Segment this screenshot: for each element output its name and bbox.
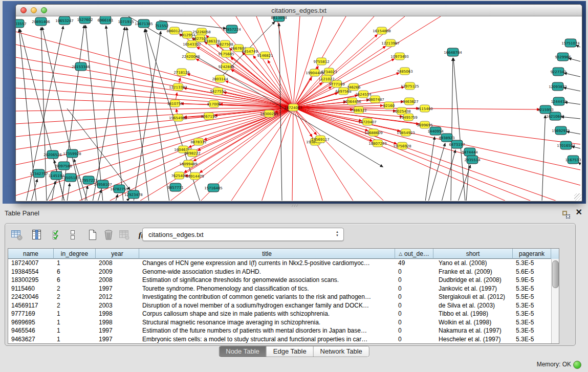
graph-node[interactable]: 17359928 — [63, 149, 81, 158]
tab-network-table[interactable]: Network Table — [313, 346, 369, 357]
table-cell: 6 — [54, 268, 96, 275]
close-window-icon[interactable] — [20, 7, 27, 13]
graph-node[interactable]: 8413054 — [271, 16, 287, 21]
graph-node[interactable]: 16914479 — [186, 172, 204, 180]
graph-node[interactable]: 9175685 — [218, 50, 234, 57]
select-rows-icon[interactable] — [50, 227, 63, 243]
graph-node[interactable]: 9146821 — [257, 52, 273, 59]
graph-node[interactable]: 12213987 — [381, 39, 400, 47]
graph-node[interactable]: 12093832 — [549, 82, 567, 91]
column-header-title[interactable]: title — [139, 249, 395, 259]
graph-node[interactable]: 8267150 — [201, 113, 216, 120]
stacked-rows-icon[interactable] — [66, 227, 79, 243]
table-row[interactable]: 911546021997Tourette syndrome. Phenomeno… — [8, 285, 551, 293]
graph-node[interactable]: 751552 — [155, 21, 169, 30]
network-view-window[interactable]: citations_edges.txt 88601288912954252260… — [15, 4, 582, 202]
graph-node[interactable]: 9474444 — [462, 148, 478, 156]
table-row[interactable]: 946554611997Estimation of the future num… — [8, 326, 551, 335]
graph-node[interactable]: 817006 — [207, 100, 221, 107]
table-row[interactable]: 1830029562008Estimation of significance … — [8, 276, 551, 285]
graph-node[interactable]: 6473197 — [449, 140, 465, 148]
graph-node[interactable]: 16648784 — [444, 48, 462, 56]
graph-node[interactable]: 7625402 — [171, 172, 187, 179]
graph-node[interactable]: 20891406 — [32, 17, 50, 26]
graph-node[interactable]: 16154808 — [373, 27, 391, 34]
column-header-year[interactable]: year — [96, 249, 139, 259]
table-row[interactable]: 969969511998Structural magnetic resonanc… — [8, 318, 551, 327]
column-header-name[interactable]: name — [8, 249, 54, 259]
graph-node[interactable]: 746266 — [347, 83, 361, 91]
panel-splitter-handle[interactable] — [291, 204, 298, 207]
svg-text:8860128: 8860128 — [166, 29, 182, 33]
svg-text:1810755: 1810755 — [167, 102, 183, 106]
table-row[interactable]: 2242004622012Investigating the contribut… — [8, 293, 551, 301]
graph-node[interactable]: 10653247 — [55, 16, 74, 25]
graph-node[interactable]: 7485063 — [397, 68, 412, 75]
column-header-short[interactable]: short — [433, 249, 513, 259]
graph-node[interactable]: 10973493 — [390, 53, 409, 60]
graph-edge — [16, 107, 293, 124]
graph-node[interactable]: 1810755 — [167, 100, 183, 107]
table-row[interactable]: 1872400712008Changes of HCN gene express… — [8, 259, 551, 268]
tab-edge-table[interactable]: Edge Table — [266, 346, 313, 357]
table-row[interactable]: 1938455462009Genome-wide association stu… — [8, 268, 551, 276]
graph-node[interactable]: 10688609 — [364, 129, 383, 136]
window-titlebar[interactable]: citations_edges.txt — [16, 5, 582, 16]
graph-node[interactable]: 22420046 — [182, 53, 200, 60]
modify-table-icon[interactable] — [10, 227, 24, 243]
graph-edge — [106, 26, 123, 201]
graph-node[interactable]: 9115460 — [417, 105, 432, 112]
graph-node[interactable]: 9097588 — [56, 162, 72, 170]
graph-node[interactable]: 15716485 — [204, 184, 223, 192]
graph-node[interactable]: 3624554 — [355, 91, 372, 98]
zoom-window-icon[interactable] — [41, 7, 47, 13]
graph-node[interactable]: 12213382 — [169, 83, 187, 91]
graph-node[interactable]: 1244413 — [551, 97, 567, 105]
graph-node[interactable]: 15692971 — [552, 126, 570, 135]
graph-node[interactable]: 1403557 — [16, 19, 27, 28]
graph-node[interactable]: 12975125 — [401, 82, 419, 90]
svg-text:17857224: 17857224 — [223, 28, 241, 32]
table-scrollbar[interactable] — [551, 259, 559, 343]
graph-node[interactable]: 9227343 — [550, 68, 566, 76]
table-row[interactable]: 946362711997Embryonic stem cells: a mode… — [8, 335, 551, 344]
delete-table-icon[interactable] — [102, 227, 115, 243]
graph-node[interactable]: 2935514 — [464, 156, 481, 164]
close-panel-icon[interactable]: ✕ — [576, 208, 582, 216]
graph-node[interactable]: 1527602 — [77, 16, 93, 24]
window-resize-grip[interactable] — [574, 193, 581, 201]
minimize-window-icon[interactable] — [31, 7, 37, 13]
graph-node[interactable]: 19854923 — [397, 129, 415, 136]
graph-node[interactable]: 9755812 — [313, 58, 329, 65]
new-table-icon[interactable] — [86, 227, 99, 243]
graph-node[interactable]: 1071915 — [118, 17, 134, 26]
graph-node[interactable]: 1440954 — [427, 127, 444, 135]
network-canvas[interactable]: 8860128891295425226058982750916543392818… — [16, 16, 581, 201]
graph-node[interactable]: 10807487 — [366, 96, 384, 103]
table-row[interactable]: 977716911998Corpus callosum shape and si… — [8, 310, 551, 318]
column-header-out_de[interactable]: △out_de… — [395, 249, 433, 259]
graph-node[interactable]: 19463627 — [400, 98, 419, 105]
graph-node[interactable]: 17857224 — [223, 25, 241, 33]
graph-node[interactable]: 17016504 — [557, 141, 575, 149]
select-column-icon[interactable] — [30, 227, 43, 243]
table-row[interactable]: 1456911722003Disruption of a novel membe… — [8, 301, 551, 310]
graph-node[interactable]: 6966161 — [97, 16, 113, 24]
graph-node[interactable]: 9857771 — [167, 183, 183, 191]
table-scrollbar-thumb[interactable] — [552, 260, 559, 288]
graph-node[interactable]: 14671385 — [135, 19, 153, 28]
tab-node-table[interactable]: Node Table — [219, 346, 266, 357]
column-header-pagerank[interactable]: pagerank — [513, 249, 551, 259]
graph-node[interactable]: 20153346 — [72, 62, 90, 71]
graph-node[interactable]: 2718126 — [173, 69, 190, 76]
table-selector-dropdown[interactable]: citations_edges.txt ▲▼ — [142, 228, 344, 241]
svg-text:6966161: 6966161 — [97, 18, 113, 23]
graph-node[interactable]: 9329966 — [555, 53, 571, 61]
graph-node[interactable]: 82160 — [383, 102, 395, 109]
graph-node[interactable]: 1167533 — [565, 156, 581, 164]
column-header-in_degree[interactable]: in_degree — [54, 249, 96, 259]
import-table-icon[interactable] — [118, 227, 131, 243]
graph-node[interactable]: 15720407 — [358, 118, 377, 125]
graph-node[interactable]: 20206526 — [43, 150, 62, 159]
float-panel-icon[interactable] — [562, 211, 571, 218]
